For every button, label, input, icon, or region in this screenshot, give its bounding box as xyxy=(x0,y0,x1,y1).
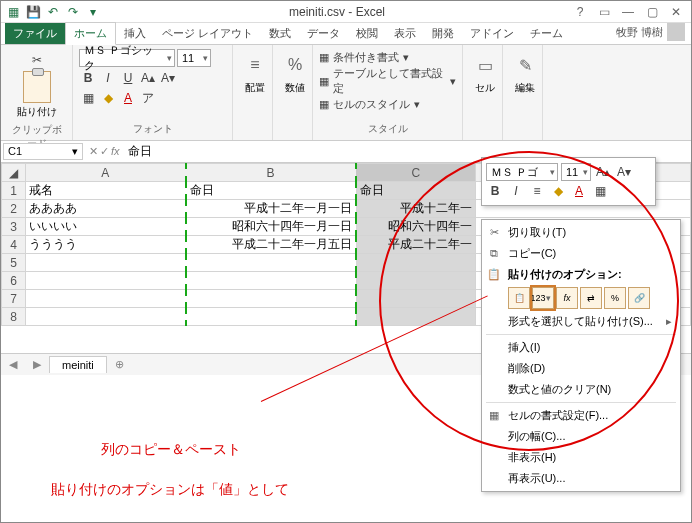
sheet-nav-next[interactable]: ▶ xyxy=(25,358,49,371)
tab-page[interactable]: ページ レイアウト xyxy=(154,23,261,44)
tab-review[interactable]: 校閲 xyxy=(348,23,386,44)
col-header-a[interactable]: A xyxy=(26,164,186,182)
ctx-paste-special[interactable]: 形式を選択して貼り付け(S)...▸ xyxy=(482,311,680,332)
name-box[interactable]: C1▾ xyxy=(3,143,83,160)
avatar-icon xyxy=(667,23,685,41)
mini-toolbar: ＭＳ Ｐゴ 11 A▴ A▾ B I ≡ ◆ A ▦ xyxy=(481,157,656,206)
maximize-icon[interactable]: ▢ xyxy=(641,3,663,21)
ctx-format-cells[interactable]: ▦セルの書式設定(F)... xyxy=(482,405,680,426)
font-select[interactable]: ＭＳ Ｐゴシック xyxy=(79,49,175,67)
edit-button[interactable]: ✎編集 xyxy=(509,49,541,95)
tab-addin[interactable]: アドイン xyxy=(462,23,522,44)
format-icon: ▦ xyxy=(486,409,502,422)
help-icon[interactable]: ? xyxy=(569,3,591,21)
cancel-fx-icon[interactable]: ✕ xyxy=(89,145,98,158)
ctx-insert[interactable]: 挿入(I) xyxy=(482,337,680,358)
paste-opt-formatting[interactable]: % xyxy=(604,287,626,309)
mini-fontcolor-icon[interactable]: A xyxy=(570,182,588,200)
paste-opt-link[interactable]: 🔗 xyxy=(628,287,650,309)
cond-format-button[interactable]: ▦条件付き書式 ▾ xyxy=(319,50,456,65)
undo-icon[interactable]: ↶ xyxy=(45,4,61,20)
mini-align-icon[interactable]: ≡ xyxy=(528,182,546,200)
border-button[interactable]: ▦ xyxy=(79,89,97,107)
tab-view[interactable]: 表示 xyxy=(386,23,424,44)
ctx-clear[interactable]: 数式と値のクリア(N) xyxy=(482,379,680,400)
mini-italic-button[interactable]: I xyxy=(507,182,525,200)
cells-button[interactable]: ▭セル xyxy=(469,49,501,95)
minimize-icon[interactable]: — xyxy=(617,3,639,21)
ctx-paste-options-label: 📋貼り付けのオプション: xyxy=(482,264,680,285)
tab-data[interactable]: データ xyxy=(299,23,348,44)
number-button[interactable]: %数値 xyxy=(279,49,311,95)
phonetic-icon[interactable]: ア xyxy=(139,89,157,107)
mini-shrink-icon[interactable]: A▾ xyxy=(615,163,633,181)
save-icon[interactable]: 💾 xyxy=(25,4,41,20)
font-color-button[interactable]: A xyxy=(119,89,137,107)
mini-grow-icon[interactable]: A▴ xyxy=(594,163,612,181)
mini-size-select[interactable]: 11 xyxy=(561,163,591,181)
ctx-col-width[interactable]: 列の幅(C)... xyxy=(482,426,680,447)
window-title: meiniti.csv - Excel xyxy=(105,5,569,19)
mini-bold-button[interactable]: B xyxy=(486,182,504,200)
ctx-copy[interactable]: ⧉コピー(C) xyxy=(482,243,680,264)
ctx-unhide[interactable]: 再表示(U)... xyxy=(482,468,680,489)
tab-formula[interactable]: 数式 xyxy=(261,23,299,44)
col-header-b[interactable]: B xyxy=(186,164,356,182)
annotation-text-1: 列のコピー＆ペースト xyxy=(101,441,241,459)
ribbon-opts-icon[interactable]: ▭ xyxy=(593,3,615,21)
ctx-cut[interactable]: ✂切り取り(T) xyxy=(482,222,680,243)
paste-opt-transpose[interactable]: ⇄ xyxy=(580,287,602,309)
qat-more-icon[interactable]: ▾ xyxy=(85,4,101,20)
table-format-button[interactable]: ▦テーブルとして書式設定 ▾ xyxy=(319,66,456,96)
annotation-text-2: 貼り付けのオプションは「値」として xyxy=(51,481,289,499)
copy-icon: ⧉ xyxy=(486,247,502,260)
mini-fill-icon[interactable]: ◆ xyxy=(549,182,567,200)
enter-fx-icon[interactable]: ✓ xyxy=(100,145,109,158)
fontsize-select[interactable]: 11 xyxy=(177,49,211,67)
cell-style-button[interactable]: ▦セルのスタイル ▾ xyxy=(319,97,456,112)
sheet-tab[interactable]: meiniti xyxy=(49,356,107,373)
user-name[interactable]: 牧野 博樹 xyxy=(610,20,691,44)
scissors-icon: ✂ xyxy=(486,226,502,239)
fx-icon[interactable]: fx xyxy=(111,145,120,158)
shrink-font-icon[interactable]: A▾ xyxy=(159,69,177,87)
paste-button[interactable]: ✂ 貼り付け xyxy=(7,49,66,121)
tab-insert[interactable]: 挿入 xyxy=(116,23,154,44)
paste-opt-formulas[interactable]: fx xyxy=(556,287,578,309)
paste-opt-all[interactable]: 📋 xyxy=(508,287,530,309)
redo-icon[interactable]: ↷ xyxy=(65,4,81,20)
context-menu: ✂切り取り(T) ⧉コピー(C) 📋貼り付けのオプション: 📋 123 fx ⇄… xyxy=(481,219,681,492)
group-font: フォント xyxy=(79,120,226,136)
group-styles: スタイル xyxy=(319,120,456,136)
new-sheet-icon[interactable]: ⊕ xyxy=(107,358,132,371)
mini-font-select[interactable]: ＭＳ Ｐゴ xyxy=(486,163,558,181)
fill-color-button[interactable]: ◆ xyxy=(99,89,117,107)
tab-dev[interactable]: 開発 xyxy=(424,23,462,44)
col-header-c[interactable]: C xyxy=(356,164,476,182)
excel-icon: ▦ xyxy=(5,4,21,20)
align-button[interactable]: ≡配置 xyxy=(239,49,271,95)
paste-icon: 📋 xyxy=(486,268,502,281)
tab-team[interactable]: チーム xyxy=(522,23,571,44)
mini-border-icon[interactable]: ▦ xyxy=(591,182,609,200)
cut-icon[interactable]: ✂ xyxy=(28,51,46,69)
clipboard-icon xyxy=(23,71,51,103)
sheet-nav-prev[interactable]: ◀ xyxy=(1,358,25,371)
select-all[interactable]: ◢ xyxy=(2,164,26,182)
tab-home[interactable]: ホーム xyxy=(65,22,116,45)
ctx-hide[interactable]: 非表示(H) xyxy=(482,447,680,468)
paste-opt-values[interactable]: 123 xyxy=(532,287,554,309)
ctx-delete[interactable]: 削除(D) xyxy=(482,358,680,379)
close-icon[interactable]: ✕ xyxy=(665,3,687,21)
tab-file[interactable]: ファイル xyxy=(5,23,65,44)
